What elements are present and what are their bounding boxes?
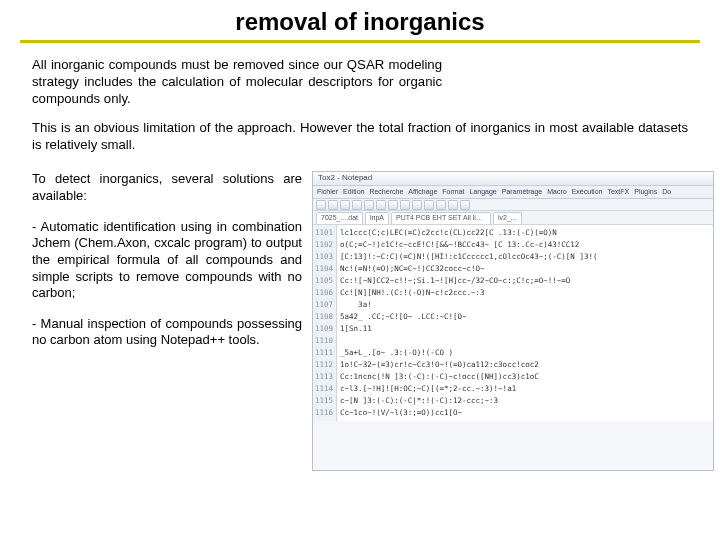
menu-bar[interactable]: FichierEditionRechercheAffichageFormatLa… [313,186,713,199]
paragraph-1: All inorganic compounds must be removed … [32,57,442,108]
code-area[interactable]: lc1ccc(C;c)LEC(=C)c2cc!c(CL)cc22[C .13:(… [337,225,600,421]
line-gutter: 1101 1102 1103 1104 1105 1106 1107 1108 … [313,225,337,421]
bullet-manual: - Manual inspection of compounds possess… [32,316,302,349]
menu-item[interactable]: Do [662,188,671,195]
save-icon[interactable] [340,200,350,210]
window-title: Tox2 - Notepad [313,172,713,186]
menu-item[interactable]: Recherche [369,188,403,195]
print-icon[interactable] [364,200,374,210]
notepad-window: Tox2 - Notepad FichierEditionRechercheAf… [312,171,714,471]
new-file-icon[interactable] [316,200,326,210]
menu-item[interactable]: Edition [343,188,364,195]
open-file-icon[interactable] [328,200,338,210]
zoom-out-icon[interactable] [460,200,470,210]
editor-tab[interactable]: 7025_....dat [316,212,363,224]
menu-item[interactable]: Plugins [634,188,657,195]
undo-icon[interactable] [412,200,422,210]
paste-icon[interactable] [400,200,410,210]
menu-item[interactable]: Exécution [572,188,603,195]
save-all-icon[interactable] [352,200,362,210]
menu-item[interactable]: Langage [470,188,497,195]
bullet-automatic: - Automatic identification using in comb… [32,219,302,302]
find-icon[interactable] [436,200,446,210]
redo-icon[interactable] [424,200,434,210]
menu-item[interactable]: Affichage [408,188,437,195]
cut-icon[interactable] [376,200,386,210]
zoom-in-icon[interactable] [448,200,458,210]
editor-tab[interactable]: lnpA [365,212,389,224]
menu-item[interactable]: Paramétrage [502,188,542,195]
menu-item[interactable]: Macro [547,188,566,195]
solutions-intro: To detect inorganics, several solutions … [32,171,302,204]
menu-item[interactable]: TextFX [607,188,629,195]
tab-bar[interactable]: 7025_....datlnpAPUT4 PCB EHT SET All lin… [313,211,713,225]
copy-icon[interactable] [388,200,398,210]
menu-item[interactable]: Format [442,188,464,195]
page-title: removal of inorganics [20,8,700,36]
editor-tab[interactable]: lv2_... [493,212,522,224]
menu-item[interactable]: Fichier [317,188,338,195]
editor-tab[interactable]: PUT4 PCB EHT SET All lin.SDF [391,212,491,224]
toolbar[interactable] [313,199,713,211]
solutions-column: To detect inorganics, several solutions … [32,171,302,471]
paragraph-2: This is an obvious limitation of the app… [32,120,688,154]
